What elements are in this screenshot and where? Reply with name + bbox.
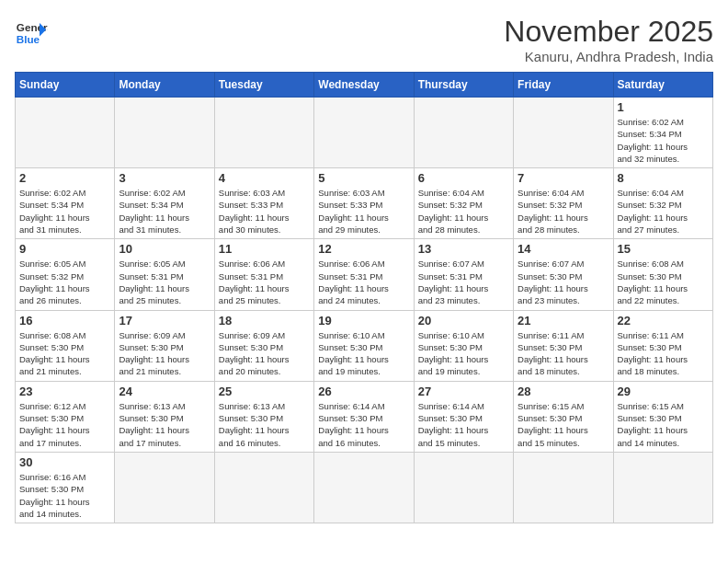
calendar-cell (414, 452, 513, 523)
calendar-cell: 26Sunrise: 6:14 AMSunset: 5:30 PMDayligh… (314, 381, 414, 452)
day-info: Sunrise: 6:12 AMSunset: 5:30 PMDaylight:… (19, 400, 110, 449)
calendar-cell: 11Sunrise: 6:06 AMSunset: 5:31 PMDayligh… (214, 239, 313, 310)
day-number: 28 (518, 385, 609, 398)
calendar-cell: 28Sunrise: 6:15 AMSunset: 5:30 PMDayligh… (514, 381, 613, 452)
day-info: Sunrise: 6:04 AMSunset: 5:32 PMDaylight:… (518, 187, 609, 236)
day-number: 21 (518, 314, 609, 327)
calendar-cell: 13Sunrise: 6:07 AMSunset: 5:31 PMDayligh… (414, 239, 513, 310)
calendar-header-sunday: Sunday (16, 73, 115, 98)
day-info: Sunrise: 6:04 AMSunset: 5:32 PMDaylight:… (418, 187, 509, 236)
day-info: Sunrise: 6:14 AMSunset: 5:30 PMDaylight:… (318, 400, 409, 449)
day-info: Sunrise: 6:11 AMSunset: 5:30 PMDaylight:… (618, 329, 709, 378)
day-info: Sunrise: 6:13 AMSunset: 5:30 PMDaylight:… (119, 400, 210, 449)
calendar-cell: 12Sunrise: 6:06 AMSunset: 5:31 PMDayligh… (314, 239, 414, 310)
calendar-header-row: SundayMondayTuesdayWednesdayThursdayFrid… (16, 73, 713, 98)
calendar-header-wednesday: Wednesday (314, 73, 414, 98)
calendar-cell (314, 452, 414, 523)
day-info: Sunrise: 6:03 AMSunset: 5:33 PMDaylight:… (219, 187, 310, 236)
day-info: Sunrise: 6:04 AMSunset: 5:32 PMDaylight:… (618, 187, 709, 236)
calendar-cell: 29Sunrise: 6:15 AMSunset: 5:30 PMDayligh… (613, 381, 712, 452)
day-number: 16 (19, 314, 110, 327)
day-number: 15 (618, 242, 709, 256)
calendar-week-row-1: 1Sunrise: 6:02 AMSunset: 5:34 PMDaylight… (16, 98, 713, 168)
location: Kanuru, Andhra Pradesh, India (504, 49, 713, 64)
calendar-cell: 30Sunrise: 6:16 AMSunset: 5:30 PMDayligh… (16, 452, 115, 523)
calendar-cell: 17Sunrise: 6:09 AMSunset: 5:30 PMDayligh… (115, 310, 214, 381)
calendar-cell: 20Sunrise: 6:10 AMSunset: 5:30 PMDayligh… (414, 310, 513, 381)
calendar-cell (16, 98, 115, 168)
calendar-cell: 7Sunrise: 6:04 AMSunset: 5:32 PMDaylight… (514, 168, 613, 239)
calendar-cell (414, 98, 513, 168)
day-number: 11 (219, 242, 310, 256)
day-number: 19 (318, 314, 409, 327)
day-number: 13 (418, 242, 509, 256)
calendar-table: SundayMondayTuesdayWednesdayThursdayFrid… (15, 72, 713, 523)
day-info: Sunrise: 6:08 AMSunset: 5:30 PMDaylight:… (19, 329, 110, 378)
day-number: 29 (618, 385, 709, 398)
day-info: Sunrise: 6:14 AMSunset: 5:30 PMDaylight:… (418, 400, 509, 449)
day-number: 25 (219, 385, 310, 398)
calendar-cell: 16Sunrise: 6:08 AMSunset: 5:30 PMDayligh… (16, 310, 115, 381)
calendar-header-saturday: Saturday (613, 73, 712, 98)
day-info: Sunrise: 6:02 AMSunset: 5:34 PMDaylight:… (618, 116, 709, 165)
calendar-cell (613, 452, 712, 523)
calendar-cell: 18Sunrise: 6:09 AMSunset: 5:30 PMDayligh… (214, 310, 313, 381)
calendar-week-row-4: 16Sunrise: 6:08 AMSunset: 5:30 PMDayligh… (16, 310, 713, 381)
calendar-cell: 15Sunrise: 6:08 AMSunset: 5:30 PMDayligh… (613, 239, 712, 310)
calendar-cell: 6Sunrise: 6:04 AMSunset: 5:32 PMDaylight… (414, 168, 513, 239)
day-number: 1 (618, 100, 709, 114)
day-info: Sunrise: 6:03 AMSunset: 5:33 PMDaylight:… (318, 187, 409, 236)
day-number: 6 (418, 171, 509, 185)
day-number: 23 (19, 385, 110, 398)
calendar-cell: 23Sunrise: 6:12 AMSunset: 5:30 PMDayligh… (16, 381, 115, 452)
calendar-cell: 27Sunrise: 6:14 AMSunset: 5:30 PMDayligh… (414, 381, 513, 452)
day-number: 22 (618, 314, 709, 327)
calendar-cell: 2Sunrise: 6:02 AMSunset: 5:34 PMDaylight… (16, 168, 115, 239)
day-number: 14 (518, 242, 609, 256)
calendar-cell: 21Sunrise: 6:11 AMSunset: 5:30 PMDayligh… (514, 310, 613, 381)
calendar-week-row-3: 9Sunrise: 6:05 AMSunset: 5:32 PMDaylight… (16, 239, 713, 310)
day-info: Sunrise: 6:09 AMSunset: 5:30 PMDaylight:… (119, 329, 210, 378)
day-number: 7 (518, 171, 609, 185)
day-info: Sunrise: 6:05 AMSunset: 5:32 PMDaylight:… (19, 258, 110, 306)
day-info: Sunrise: 6:16 AMSunset: 5:30 PMDaylight:… (19, 471, 110, 520)
day-info: Sunrise: 6:02 AMSunset: 5:34 PMDaylight:… (119, 187, 210, 236)
day-number: 20 (418, 314, 509, 327)
calendar-cell: 24Sunrise: 6:13 AMSunset: 5:30 PMDayligh… (115, 381, 214, 452)
calendar-cell: 3Sunrise: 6:02 AMSunset: 5:34 PMDaylight… (115, 168, 214, 239)
svg-text:Blue: Blue (17, 33, 40, 45)
day-info: Sunrise: 6:09 AMSunset: 5:30 PMDaylight:… (219, 329, 310, 378)
calendar-cell: 1Sunrise: 6:02 AMSunset: 5:34 PMDaylight… (613, 98, 712, 168)
calendar-header-tuesday: Tuesday (214, 73, 313, 98)
calendar-cell: 4Sunrise: 6:03 AMSunset: 5:33 PMDaylight… (214, 168, 313, 239)
day-info: Sunrise: 6:10 AMSunset: 5:30 PMDaylight:… (418, 329, 509, 378)
calendar-header-friday: Friday (514, 73, 613, 98)
calendar-week-row-6: 30Sunrise: 6:16 AMSunset: 5:30 PMDayligh… (16, 452, 713, 523)
day-number: 30 (19, 455, 110, 469)
day-info: Sunrise: 6:11 AMSunset: 5:30 PMDaylight:… (518, 329, 609, 378)
calendar-cell: 10Sunrise: 6:05 AMSunset: 5:31 PMDayligh… (115, 239, 214, 310)
day-info: Sunrise: 6:10 AMSunset: 5:30 PMDaylight:… (318, 329, 409, 378)
day-info: Sunrise: 6:15 AMSunset: 5:30 PMDaylight:… (518, 400, 609, 449)
day-number: 17 (119, 314, 210, 327)
calendar-cell (115, 452, 214, 523)
day-number: 8 (618, 171, 709, 185)
calendar-cell: 22Sunrise: 6:11 AMSunset: 5:30 PMDayligh… (613, 310, 712, 381)
generalblue-logo-icon: General Blue (15, 15, 48, 48)
day-number: 5 (318, 171, 409, 185)
calendar-header-thursday: Thursday (414, 73, 513, 98)
day-number: 12 (318, 242, 409, 256)
day-info: Sunrise: 6:07 AMSunset: 5:30 PMDaylight:… (518, 258, 609, 306)
day-info: Sunrise: 6:06 AMSunset: 5:31 PMDaylight:… (219, 258, 310, 306)
day-number: 2 (19, 171, 110, 185)
calendar-cell: 8Sunrise: 6:04 AMSunset: 5:32 PMDaylight… (613, 168, 712, 239)
day-number: 18 (219, 314, 310, 327)
calendar-week-row-2: 2Sunrise: 6:02 AMSunset: 5:34 PMDaylight… (16, 168, 713, 239)
calendar-cell: 19Sunrise: 6:10 AMSunset: 5:30 PMDayligh… (314, 310, 414, 381)
day-info: Sunrise: 6:07 AMSunset: 5:31 PMDaylight:… (418, 258, 509, 306)
calendar-cell (314, 98, 414, 168)
calendar-cell (214, 98, 313, 168)
calendar-cell: 25Sunrise: 6:13 AMSunset: 5:30 PMDayligh… (214, 381, 313, 452)
day-info: Sunrise: 6:08 AMSunset: 5:30 PMDaylight:… (618, 258, 709, 306)
calendar-cell (214, 452, 313, 523)
